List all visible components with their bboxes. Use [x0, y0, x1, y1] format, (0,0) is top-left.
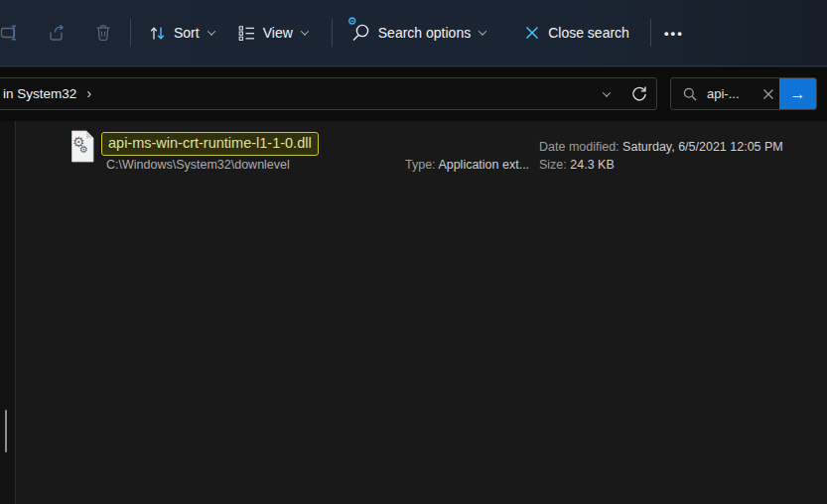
share-icon — [47, 23, 67, 43]
results-pane: ⚙ ⚙ api-ms-win-crt-runtime-l1-1-0.dll C:… — [0, 121, 827, 504]
file-name[interactable]: api-ms-win-crt-runtime-l1-1-0.dll — [101, 132, 319, 156]
clear-x-icon — [761, 87, 775, 101]
toolbar-divider — [332, 19, 333, 47]
address-row: in System32 › api-... — [0, 67, 827, 121]
clear-search-button[interactable] — [758, 83, 779, 105]
file-type: Type: Application ext... — [405, 158, 529, 172]
size-value: 24.3 KB — [570, 158, 614, 172]
scrollbar-thumb[interactable] — [5, 410, 7, 452]
breadcrumb[interactable]: in System32 › — [0, 78, 95, 109]
file-date-modified: Date modified: Saturday, 6/5/2021 12:05 … — [539, 140, 783, 154]
toolbar-divider — [130, 19, 131, 47]
type-label: Type: — [405, 158, 436, 172]
search-options-icon: ⚙ — [349, 22, 371, 44]
type-value: Application ext... — [438, 158, 529, 172]
file-path: C:\Windows\System32\downlevel — [106, 158, 290, 172]
dll-file-icon: ⚙ ⚙ — [69, 130, 95, 163]
search-options-button[interactable]: ⚙ Search options — [340, 15, 495, 51]
close-search-label: Close search — [548, 25, 629, 41]
chevron-down-icon — [207, 27, 214, 35]
gear-icon: ⚙ — [79, 145, 88, 155]
pane-divider[interactable] — [15, 121, 16, 504]
rename-icon — [0, 23, 20, 43]
refresh-icon — [630, 85, 648, 103]
address-dropdown-button[interactable] — [593, 81, 619, 107]
rename-button[interactable] — [0, 15, 28, 51]
view-label: View — [263, 25, 293, 41]
sort-label: Sort — [174, 25, 200, 41]
gear-icon: ⚙ — [347, 16, 357, 27]
breadcrumb-chevron-icon: › — [86, 85, 91, 102]
arrow-right-icon: → — [790, 85, 806, 103]
search-submit-button[interactable]: → — [779, 78, 816, 109]
delete-icon — [93, 23, 113, 43]
view-button[interactable]: View — [227, 15, 318, 51]
more-options-button[interactable]: ••• — [656, 15, 692, 51]
ellipsis-icon: ••• — [664, 26, 684, 41]
search-options-label: Search options — [378, 25, 471, 41]
search-icon — [682, 86, 698, 102]
sort-button[interactable]: Sort — [138, 15, 224, 51]
sort-arrows-icon — [148, 24, 167, 43]
toolbar-divider — [650, 19, 651, 47]
list-view-icon — [237, 24, 256, 43]
share-button[interactable] — [39, 15, 74, 51]
delete-button[interactable] — [85, 15, 121, 51]
date-value: Saturday, 6/5/2021 12:05 PM — [622, 140, 783, 154]
toolbar: Sort View ⚙ Search options — [0, 0, 827, 66]
nav-pane-edge — [0, 121, 15, 504]
address-bar[interactable]: in System32 › — [0, 77, 657, 110]
close-search-button[interactable]: Close search — [513, 15, 639, 51]
refresh-button[interactable] — [626, 81, 652, 107]
chevron-down-icon — [479, 27, 486, 35]
date-label: Date modified: — [539, 140, 620, 154]
file-result-row[interactable]: ⚙ ⚙ api-ms-win-crt-runtime-l1-1-0.dll C:… — [16, 121, 827, 176]
size-label: Size: — [539, 158, 567, 172]
close-x-icon — [523, 24, 541, 42]
chevron-down-icon — [603, 88, 611, 96]
breadcrumb-text: in System32 — [3, 86, 76, 101]
file-size: Size: 24.3 KB — [539, 158, 615, 172]
search-box[interactable]: api-... → — [670, 77, 817, 110]
chevron-down-icon — [301, 27, 309, 35]
search-input[interactable]: api-... — [707, 86, 740, 101]
